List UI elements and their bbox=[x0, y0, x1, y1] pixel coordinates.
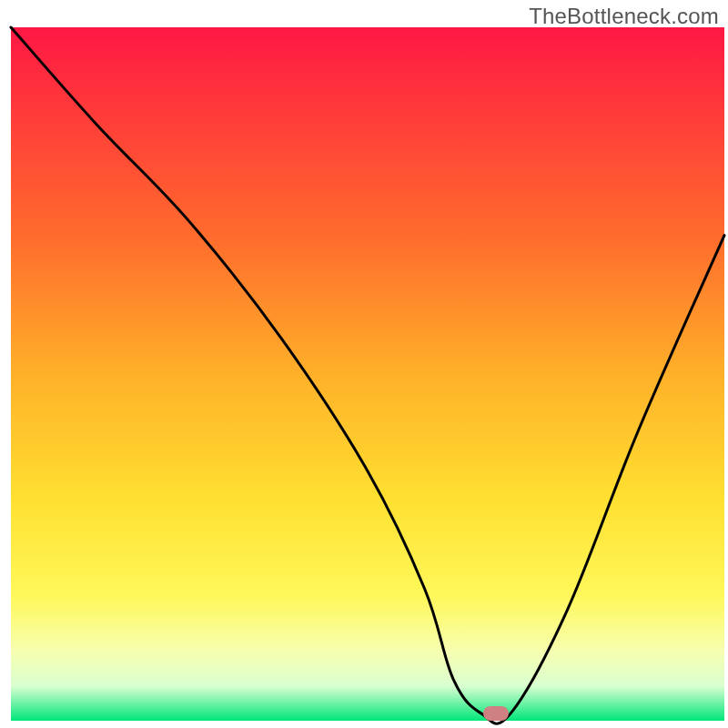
optimal-marker bbox=[483, 706, 509, 721]
plot-background bbox=[11, 27, 724, 721]
watermark-text: TheBottleneck.com bbox=[529, 4, 719, 29]
bottleneck-chart bbox=[0, 0, 728, 728]
chart-container: TheBottleneck.com bbox=[0, 0, 728, 728]
